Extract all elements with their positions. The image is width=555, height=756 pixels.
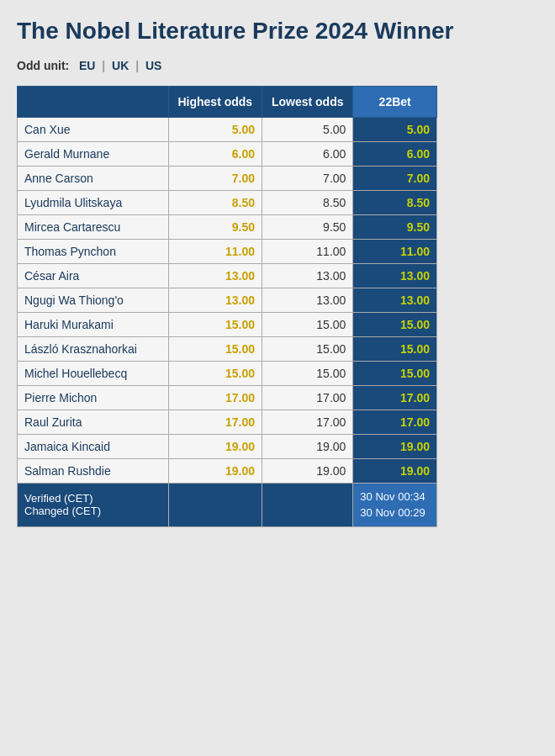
row-bet22[interactable]: 15.00 (353, 336, 437, 361)
row-bet22[interactable]: 13.00 (353, 288, 437, 312)
row-name[interactable]: Salman Rushdie (18, 458, 169, 483)
col-header-bet22: 22Bet (353, 86, 437, 117)
table-row: Mircea Cartarescu9.509.509.50 (18, 214, 437, 239)
row-lowest: 8.50 (262, 190, 353, 214)
row-name[interactable]: Jamaica Kincaid (18, 434, 169, 458)
table-row: Haruki Murakami15.0015.0015.00 (18, 312, 437, 336)
row-name[interactable]: Anne Carson (18, 166, 169, 190)
row-name[interactable]: Pierre Michon (18, 385, 169, 410)
row-bet22[interactable]: 15.00 (353, 361, 437, 385)
table-row: Salman Rushdie19.0019.0019.00 (18, 458, 437, 483)
row-lowest: 13.00 (262, 288, 353, 312)
odd-unit-eu[interactable]: EU (79, 59, 95, 72)
row-bet22[interactable]: 13.00 (353, 263, 437, 288)
row-lowest: 19.00 (262, 458, 353, 483)
row-lowest: 11.00 (262, 239, 353, 263)
odds-table-wrapper: Highest odds Lowest odds 22Bet Can Xue5.… (17, 86, 437, 527)
table-row: Raul Zurita17.0017.0017.00 (18, 410, 437, 434)
row-bet22[interactable]: 9.50 (353, 214, 437, 239)
table-row: Ngugi Wa Thiong'o13.0013.0013.00 (18, 288, 437, 312)
footer-changed: Changed (CET) (24, 505, 101, 517)
row-bet22[interactable]: 8.50 (353, 190, 437, 214)
row-highest: 17.00 (168, 385, 262, 410)
row-highest: 11.00 (168, 239, 262, 263)
table-row: Gerald Murnane6.006.006.00 (18, 141, 437, 166)
row-highest: 8.50 (168, 190, 262, 214)
row-bet22[interactable]: 6.00 (353, 141, 437, 166)
odd-unit-us[interactable]: US (145, 59, 161, 72)
row-name[interactable]: László Krasznahorkai (18, 336, 169, 361)
row-highest: 15.00 (168, 312, 262, 336)
row-highest: 17.00 (168, 410, 262, 434)
row-name[interactable]: César Aira (18, 263, 169, 288)
row-name[interactable]: Thomas Pynchon (18, 239, 169, 263)
row-bet22[interactable]: 19.00 (353, 434, 437, 458)
separator1: | (102, 59, 105, 72)
table-body: Can Xue5.005.005.00Gerald Murnane6.006.0… (18, 117, 437, 483)
table-footer: Verified (CET) Changed (CET) 30 Nov 00:3… (18, 483, 437, 526)
table-row: Lyudmila Ulitskaya8.508.508.50 (18, 190, 437, 214)
col-header-lowest: Lowest odds (262, 86, 353, 117)
row-name[interactable]: Raul Zurita (18, 410, 169, 434)
separator2: | (135, 59, 139, 72)
row-bet22[interactable]: 7.00 (353, 166, 437, 190)
row-lowest: 17.00 (262, 385, 353, 410)
row-highest: 9.50 (168, 214, 262, 239)
col-header-highest: Highest odds (168, 86, 262, 117)
table-row: Pierre Michon17.0017.0017.00 (18, 385, 437, 410)
row-highest: 15.00 (168, 336, 262, 361)
row-lowest: 15.00 (262, 361, 353, 385)
row-lowest: 17.00 (262, 410, 353, 434)
row-highest: 19.00 (168, 434, 262, 458)
row-lowest: 13.00 (262, 263, 353, 288)
row-lowest: 9.50 (262, 214, 353, 239)
footer-name-cell: Verified (CET) Changed (CET) (18, 483, 169, 526)
row-highest: 19.00 (168, 458, 262, 483)
row-bet22[interactable]: 19.00 (353, 458, 437, 483)
row-name[interactable]: Lyudmila Ulitskaya (18, 190, 169, 214)
row-bet22[interactable]: 5.00 (353, 117, 437, 141)
row-highest: 6.00 (168, 141, 262, 166)
row-bet22[interactable]: 17.00 (353, 385, 437, 410)
page-title: The Nobel Literature Prize 2024 Winner (17, 17, 538, 45)
table-row: Thomas Pynchon11.0011.0011.00 (18, 239, 437, 263)
table-row: László Krasznahorkai15.0015.0015.00 (18, 336, 437, 361)
row-highest: 15.00 (168, 361, 262, 385)
table-row: Anne Carson7.007.007.00 (18, 166, 437, 190)
row-lowest: 6.00 (262, 141, 353, 166)
row-lowest: 15.00 (262, 336, 353, 361)
row-bet22[interactable]: 17.00 (353, 410, 437, 434)
row-name[interactable]: Michel Houellebecq (18, 361, 169, 385)
table-row: Can Xue5.005.005.00 (18, 117, 437, 141)
row-bet22[interactable]: 11.00 (353, 239, 437, 263)
footer-time1: 30 Nov 00:34 (360, 490, 425, 503)
row-name[interactable]: Mircea Cartarescu (18, 214, 169, 239)
table-row: César Aira13.0013.0013.00 (18, 263, 437, 288)
odd-unit-label: Odd unit: (17, 59, 69, 72)
odd-unit-uk[interactable]: UK (112, 59, 129, 72)
footer-row: Verified (CET) Changed (CET) 30 Nov 00:3… (18, 483, 437, 526)
row-name[interactable]: Gerald Murnane (18, 141, 169, 166)
footer-time-cell: 30 Nov 00:34 30 Nov 00:29 (353, 483, 437, 526)
row-highest: 7.00 (168, 166, 262, 190)
footer-highest-cell (168, 483, 262, 526)
row-lowest: 5.00 (262, 117, 353, 141)
row-name[interactable]: Haruki Murakami (18, 312, 169, 336)
row-name[interactable]: Can Xue (18, 117, 169, 141)
table-row: Michel Houellebecq15.0015.0015.00 (18, 361, 437, 385)
row-name[interactable]: Ngugi Wa Thiong'o (18, 288, 169, 312)
table-header-row: Highest odds Lowest odds 22Bet (18, 86, 437, 117)
row-lowest: 15.00 (262, 312, 353, 336)
table-row: Jamaica Kincaid19.0019.0019.00 (18, 434, 437, 458)
row-lowest: 19.00 (262, 434, 353, 458)
row-highest: 13.00 (168, 263, 262, 288)
odds-table: Highest odds Lowest odds 22Bet Can Xue5.… (17, 86, 437, 527)
footer-lowest-cell (262, 483, 353, 526)
row-bet22[interactable]: 15.00 (353, 312, 437, 336)
row-highest: 5.00 (168, 117, 262, 141)
footer-time2: 30 Nov 00:29 (360, 506, 425, 519)
col-header-name (18, 86, 169, 117)
footer-verified: Verified (CET) (24, 492, 93, 505)
odd-unit-row: Odd unit: EU | UK | US (17, 59, 538, 72)
row-highest: 13.00 (168, 288, 262, 312)
